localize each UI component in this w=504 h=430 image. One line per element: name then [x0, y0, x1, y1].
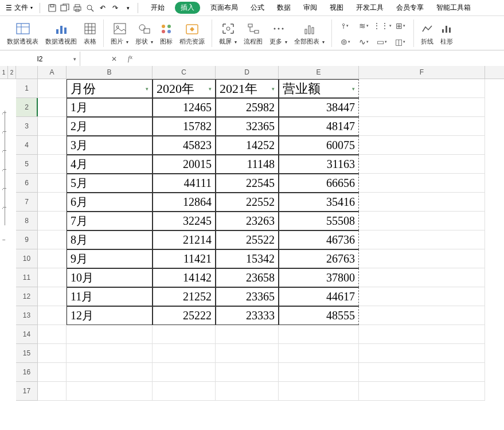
cell-B10[interactable]: 9月 — [67, 249, 153, 268]
cell-B6[interactable]: 5月 — [67, 174, 153, 193]
cell-A2[interactable] — [38, 98, 67, 117]
file-menu-button[interactable]: ☰ 文件 ▾ — [2, 2, 36, 14]
cell-E8[interactable]: 55508 — [279, 212, 359, 230]
cell-F16[interactable] — [359, 363, 485, 382]
row-header-4[interactable]: 4 — [16, 136, 38, 155]
cell-E16[interactable] — [279, 363, 359, 382]
name-box[interactable]: ▾ — [0, 52, 80, 66]
cell-C11[interactable]: 14142 — [153, 268, 216, 287]
chart-type-0[interactable]: ⫯▾ — [339, 19, 351, 32]
tab-2[interactable]: 页面布局 — [208, 2, 240, 14]
tab-3[interactable]: 公式 — [248, 2, 267, 14]
tab-6[interactable]: 视图 — [327, 2, 346, 14]
cell-B13[interactable]: 12月 — [67, 306, 153, 325]
chart-type-5[interactable]: ∿▾ — [357, 36, 370, 48]
row-header-17[interactable]: 17 — [16, 382, 38, 401]
cell-A10[interactable] — [38, 249, 67, 268]
ribbon-flowchart[interactable]: 流程图 — [241, 17, 265, 49]
col-header-C[interactable]: C — [153, 66, 216, 79]
cell-F12[interactable] — [359, 287, 485, 306]
cell-A17[interactable] — [38, 382, 67, 401]
cell-D4[interactable]: 14252 — [216, 136, 279, 155]
ribbon-resource[interactable]: 稻壳资源 — [177, 17, 207, 49]
print-preview-icon[interactable] — [84, 2, 96, 14]
cell-D3[interactable]: 32365 — [216, 117, 279, 136]
row-header-13[interactable]: 13 — [16, 306, 38, 325]
ribbon-sparkline-line[interactable]: 折线 — [419, 17, 436, 49]
cell-F14[interactable] — [359, 325, 485, 344]
chart-type-7[interactable]: ◫▾ — [394, 36, 407, 48]
outline-level-2[interactable]: 2 — [8, 66, 15, 79]
outline-level-1[interactable]: 1 — [0, 66, 8, 79]
cell-F10[interactable] — [359, 249, 485, 268]
ribbon-table[interactable]: 表格 — [81, 17, 99, 49]
cell-B3[interactable]: 2月 — [67, 117, 153, 136]
cell-C6[interactable]: 44111 — [153, 174, 216, 193]
cell-D14[interactable] — [216, 325, 279, 344]
ribbon-screenshot[interactable]: 截屏 ▾ — [217, 17, 239, 49]
redo-icon[interactable]: ↷ — [109, 2, 122, 14]
cell-F2[interactable] — [359, 98, 485, 117]
cell-E7[interactable]: 35416 — [279, 193, 359, 212]
cell-D11[interactable]: 23658 — [216, 268, 279, 287]
cell-D1[interactable]: 2021年▾ — [216, 79, 279, 98]
cell-F5[interactable] — [359, 155, 485, 174]
cell-F17[interactable] — [359, 382, 485, 401]
col-header-F[interactable]: F — [359, 66, 485, 79]
cell-E13[interactable]: 48555 — [279, 306, 359, 325]
cell-A16[interactable] — [38, 363, 67, 382]
cell-A7[interactable] — [38, 193, 67, 212]
cell-B12[interactable]: 11月 — [67, 287, 153, 306]
row-header-12[interactable]: 12 — [16, 287, 38, 306]
cell-E4[interactable]: 60075 — [279, 136, 359, 155]
outline-collapse-icon[interactable]: − — [2, 237, 6, 243]
cell-F4[interactable] — [359, 136, 485, 155]
cell-A6[interactable] — [38, 174, 67, 193]
tab-1[interactable]: 插入 — [175, 2, 200, 14]
row-header-1[interactable]: 1 — [16, 79, 38, 98]
cell-B11[interactable]: 10月 — [67, 268, 153, 287]
cell-D6[interactable]: 22545 — [216, 174, 279, 193]
cell-A13[interactable] — [38, 306, 67, 325]
cell-E1[interactable]: 营业额▾ — [279, 79, 359, 98]
cell-E11[interactable]: 37800 — [279, 268, 359, 287]
filter-dropdown-icon[interactable]: ▾ — [143, 86, 149, 92]
cell-A12[interactable] — [38, 287, 67, 306]
cell-B8[interactable]: 7月 — [67, 212, 153, 230]
cell-F3[interactable] — [359, 117, 485, 136]
formula-input[interactable] — [141, 53, 504, 65]
name-box-input[interactable] — [17, 55, 63, 63]
filter-dropdown-icon[interactable]: ▾ — [350, 86, 355, 92]
cell-C4[interactable]: 45823 — [153, 136, 216, 155]
chart-type-6[interactable]: ▭▾ — [376, 36, 388, 48]
cell-F6[interactable] — [359, 174, 485, 193]
cell-D7[interactable]: 22552 — [216, 193, 279, 212]
ribbon-pivot-chart[interactable]: 数据透视图 — [43, 17, 79, 49]
cell-A9[interactable] — [38, 230, 67, 249]
save-icon[interactable] — [46, 2, 58, 14]
cell-A8[interactable] — [38, 212, 67, 230]
qat-more-icon[interactable]: ▾ — [122, 2, 134, 14]
cell-C3[interactable]: 15782 — [153, 117, 216, 136]
cancel-icon[interactable]: ✕ — [109, 55, 119, 63]
col-header-A[interactable]: A — [38, 66, 67, 79]
filter-dropdown-icon[interactable]: ▾ — [206, 86, 212, 92]
undo-icon[interactable]: ↶ — [96, 2, 109, 14]
cell-B16[interactable] — [67, 363, 153, 382]
cell-B1[interactable]: 月份▾ — [67, 79, 153, 98]
cell-E17[interactable] — [279, 382, 359, 401]
tab-7[interactable]: 开发工具 — [354, 2, 386, 14]
cell-A15[interactable] — [38, 344, 67, 363]
cell-A3[interactable] — [38, 117, 67, 136]
chart-type-1[interactable]: ≋▾ — [357, 19, 370, 32]
cell-B15[interactable] — [67, 344, 153, 363]
row-header-5[interactable]: 5 — [16, 155, 38, 174]
cell-E10[interactable]: 26763 — [279, 249, 359, 268]
row-header-15[interactable]: 15 — [16, 344, 38, 363]
cell-E9[interactable]: 46736 — [279, 230, 359, 249]
cell-B4[interactable]: 3月 — [67, 136, 153, 155]
filter-dropdown-icon[interactable]: ▾ — [269, 86, 275, 92]
cell-B14[interactable] — [67, 325, 153, 344]
ribbon-shapes[interactable]: 形状 ▾ — [133, 17, 155, 49]
cell-C8[interactable]: 32245 — [153, 212, 216, 230]
